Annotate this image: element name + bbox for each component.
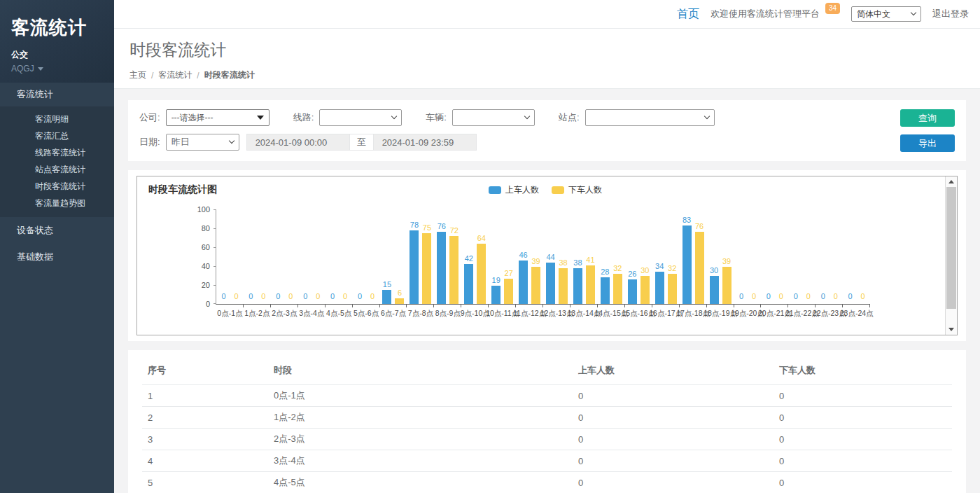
chart-category-slot: 00 [734, 210, 762, 304]
chevron-down-icon [391, 113, 397, 119]
chart-category-slot: 00 [816, 210, 843, 304]
scrollbar-thumb[interactable] [946, 187, 956, 309]
bar [449, 236, 458, 304]
chart-category-slot: 7672 [434, 210, 461, 304]
filter-panel: 公司: ---请选择--- 线路: [128, 100, 966, 161]
table-cell: 4点-5点 [268, 472, 573, 493]
table-cell: 0 [573, 429, 774, 450]
chevron-down-icon [38, 67, 43, 71]
bar-value-label: 0 [234, 292, 238, 300]
x-axis-label: 1点-2点 [244, 309, 271, 319]
chart-inner[interactable]: 时段车流统计图 上车人数 下车人数 [137, 176, 945, 335]
x-axis-label: 19点-20点 [734, 309, 762, 319]
table-cell: 1点-2点 [268, 407, 573, 429]
bar-value-label: 0 [303, 292, 307, 300]
x-axis-tick [788, 304, 816, 307]
chart-category-slot: 00 [761, 210, 788, 304]
date-end-input[interactable]: 2024-01-09 23:59 [373, 134, 477, 151]
sidebar-item-device-status[interactable]: 设备状态 [0, 217, 114, 244]
bar-column: 15 [382, 280, 391, 304]
scroll-down-icon[interactable] [948, 328, 954, 331]
home-link[interactable]: 首页 [677, 7, 699, 22]
x-axis-tick [216, 304, 244, 307]
x-axis-tick [271, 304, 298, 307]
notification-badge[interactable]: 34 [825, 3, 840, 14]
legend-label-alighting: 下车人数 [568, 184, 602, 196]
sidebar-item-base-data[interactable]: 基础数据 [0, 244, 114, 270]
x-axis-label: 5点-6点 [353, 309, 380, 319]
bar-value-label: 0 [343, 292, 347, 300]
station-filter: 站点: [559, 109, 715, 126]
user-menu[interactable]: AQGJ [11, 64, 103, 74]
company-select[interactable]: ---请选择--- [166, 109, 270, 126]
bar-column: 0 [791, 292, 800, 304]
sidebar-item-passenger-stats[interactable]: 客流统计 [0, 83, 114, 106]
x-axis-label: 8点-9点 [434, 309, 461, 319]
page-content: 公司: ---请选择--- 线路: [114, 89, 980, 493]
chart-category-slot: 00 [216, 210, 244, 304]
bar-value-label: 15 [383, 280, 391, 289]
station-select[interactable] [585, 109, 715, 126]
scroll-up-icon[interactable] [948, 180, 954, 183]
date-preset-select[interactable]: 昨日 [166, 134, 239, 151]
table-cell: 4 [142, 450, 268, 472]
bar-value-label: 75 [423, 223, 431, 232]
bar-value-label: 0 [248, 292, 253, 300]
sidebar-item-station-stats[interactable]: 站点客流统计 [0, 161, 114, 178]
bar-value-label: 27 [505, 269, 513, 277]
legend-item-alighting[interactable]: 下车人数 [552, 184, 602, 196]
sidebar-item-line-stats[interactable]: 线路客流统计 [0, 144, 114, 161]
filter-buttons: 查询 导出 [900, 109, 955, 152]
bar-column: 0 [764, 292, 773, 304]
date-start-input[interactable]: 2024-01-09 00:00 [246, 134, 350, 151]
breadcrumb-passenger-stats[interactable]: 客流统计 [158, 69, 192, 81]
x-axis-tick [407, 304, 434, 307]
y-axis-tick [214, 303, 216, 304]
bar-column: 27 [504, 269, 513, 304]
bar-value-label: 0 [794, 292, 798, 300]
chart-scrollbar[interactable] [945, 176, 957, 335]
vehicle-label: 车辆: [426, 111, 447, 124]
legend-swatch-boarding [489, 186, 501, 194]
bar [586, 265, 595, 304]
chart-category-slot: 8376 [680, 210, 707, 304]
y-axis-label: 60 [182, 243, 210, 251]
sidebar-item-period-stats[interactable]: 时段客流统计 [0, 178, 114, 195]
table-cell: 0 [573, 407, 774, 429]
x-axis-tick [734, 304, 762, 307]
language-select[interactable]: 简体中文 [851, 6, 921, 22]
chart-box: 时段车流统计图 上车人数 下车人数 [136, 176, 958, 335]
bar-column: 72 [449, 226, 458, 304]
table-cell: 3点-4点 [268, 450, 573, 472]
legend-swatch-alighting [552, 186, 564, 194]
date-preset-value: 昨日 [172, 136, 190, 148]
table-header-alighting: 下车人数 [774, 354, 952, 385]
table-cell: 0 [774, 472, 952, 493]
chevron-down-icon [704, 113, 709, 119]
vehicle-select[interactable] [452, 109, 535, 126]
sidebar-item-passenger-detail[interactable]: 客流明细 [0, 111, 114, 127]
sidebar-item-trend-chart[interactable]: 客流量趋势图 [0, 195, 114, 211]
export-button[interactable]: 导出 [900, 134, 955, 152]
line-select[interactable] [319, 109, 402, 126]
bar [422, 233, 431, 304]
chart-category-slot: 00 [788, 210, 816, 304]
legend-item-boarding[interactable]: 上车人数 [489, 184, 539, 196]
sidebar-item-passenger-summary[interactable]: 客流汇总 [0, 127, 114, 144]
topbar: 首页 欢迎使用客流统计管理平台 34 简体中文 退出登录 [114, 0, 980, 29]
x-axis-tick [353, 304, 380, 307]
bar-column: 42 [464, 254, 473, 304]
bar-column: 78 [410, 221, 419, 304]
bar-column: 0 [831, 292, 840, 304]
bar-column: 75 [422, 223, 431, 304]
line-filter: 线路: [293, 109, 402, 126]
logout-link[interactable]: 退出登录 [932, 8, 969, 20]
breadcrumb-home[interactable]: 主页 [130, 69, 146, 81]
bar-column: 38 [559, 258, 568, 304]
x-axis-tick [489, 304, 516, 307]
bar-value-label: 72 [450, 226, 458, 235]
date-range-group: 2024-01-09 00:00 至 2024-01-09 23:59 [246, 134, 477, 151]
query-button[interactable]: 查询 [900, 109, 955, 127]
table-row: 10点-1点00 [142, 385, 952, 407]
bar-value-label: 41 [586, 256, 594, 264]
